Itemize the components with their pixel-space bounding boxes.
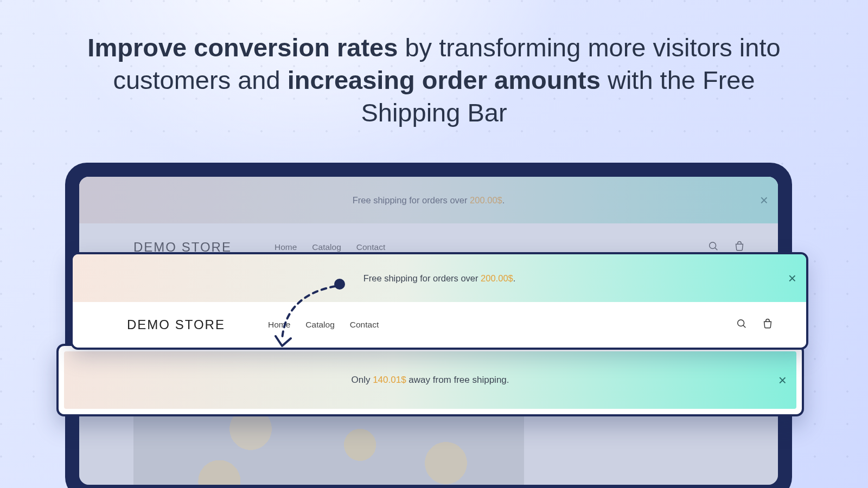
nav-catalog[interactable]: Catalog [305, 320, 334, 330]
headline-bold-1: Improve conversion rates [87, 33, 398, 62]
panel-final: Only 140.01$ away from free shipping. × [56, 344, 804, 416]
headline: Improve conversion rates by transforming… [65, 31, 803, 129]
search-icon[interactable] [736, 318, 748, 332]
shipping-bar-front-text: Free shipping for orders over 200.00$. [363, 273, 516, 284]
shipping-bar-front-amount: 200.00$ [481, 273, 513, 283]
header-icons [736, 318, 774, 332]
store-logo-text[interactable]: DEMO STORE [127, 317, 268, 332]
nav: Home Catalog Contact [268, 320, 379, 330]
panel-front: Free shipping for orders over 200.00$. ×… [71, 252, 808, 350]
close-icon[interactable]: × [778, 372, 787, 389]
shipping-bar-front-suffix: . [513, 273, 516, 283]
store-header-front: DEMO STORE Home Catalog Contact [73, 302, 806, 348]
nav-contact[interactable]: Contact [350, 320, 379, 330]
shipping-bar-final-amount: 140.01$ [373, 375, 406, 385]
svg-point-2 [738, 320, 744, 326]
shipping-bar-final-prefix: Only [351, 375, 373, 385]
shipping-bar-front: Free shipping for orders over 200.00$. × [73, 254, 806, 302]
nav-home[interactable]: Home [268, 320, 290, 330]
cart-icon[interactable] [762, 318, 774, 332]
shipping-bar-final-text: Only 140.01$ away from free shipping. [351, 375, 509, 386]
close-icon[interactable]: × [788, 270, 796, 287]
svg-line-3 [743, 325, 745, 328]
shipping-bar-front-prefix: Free shipping for orders over [363, 273, 481, 283]
shipping-bar-final: Only 140.01$ away from free shipping. × [64, 351, 796, 409]
shipping-bar-final-suffix: away from free shipping. [406, 375, 509, 385]
headline-bold-2: increasing order amounts [288, 66, 601, 94]
